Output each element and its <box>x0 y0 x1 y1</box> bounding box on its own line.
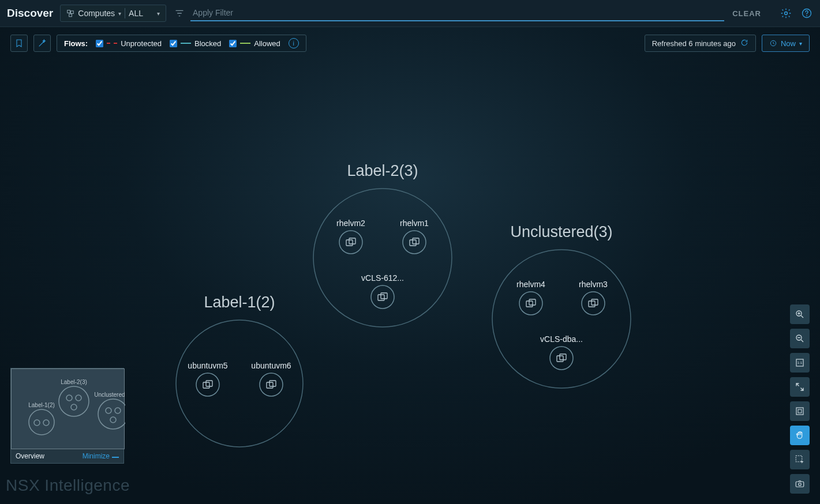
unprotected-swatch-icon <box>107 43 117 44</box>
svg-rect-43 <box>798 409 802 413</box>
svg-point-24 <box>29 409 54 435</box>
flow-allowed-checkbox[interactable] <box>229 40 237 47</box>
divider <box>125 8 125 18</box>
svg-text:Label-2(3): Label-2(3) <box>61 379 87 385</box>
overview-title: Overview <box>16 452 44 460</box>
svg-point-46 <box>799 483 802 486</box>
scope-dropdown[interactable]: Computes ▾ ALL ▾ <box>60 5 166 22</box>
svg-rect-42 <box>796 408 803 415</box>
page-title: Discover <box>7 7 53 20</box>
bookmark-button[interactable] <box>10 35 28 52</box>
flow-unprotected[interactable]: Unprotected <box>96 39 162 48</box>
compute-node[interactable] <box>403 231 426 254</box>
node-label: rhelvm2 <box>336 219 365 228</box>
computes-icon <box>66 9 74 17</box>
zoom-1-1-button[interactable]: 1:1 <box>790 353 810 373</box>
pan-hand-button[interactable] <box>790 426 810 445</box>
control-right: Refreshed 6 minutes ago Now ▾ <box>645 35 810 52</box>
group-circle[interactable] <box>176 320 303 447</box>
time-range-dropdown[interactable]: Now ▾ <box>762 35 810 52</box>
flow-allowed[interactable]: Allowed <box>229 39 280 48</box>
svg-rect-37 <box>112 457 119 458</box>
svg-rect-0 <box>68 10 70 13</box>
svg-rect-45 <box>796 482 804 487</box>
group-title: Label-2(3) <box>347 162 418 179</box>
chevron-down-icon: ▾ <box>118 10 121 17</box>
settings-icon[interactable] <box>780 7 792 20</box>
group-title: Label-1(2) <box>204 294 275 311</box>
node-label: vCLS-dba... <box>540 334 583 344</box>
zoom-out-button[interactable] <box>790 329 810 348</box>
node-label: rhelvm3 <box>579 280 608 289</box>
top-right-icons <box>780 7 813 20</box>
group-circle[interactable] <box>313 189 452 327</box>
svg-point-26 <box>43 420 49 426</box>
scope-label: Computes <box>78 9 115 18</box>
svg-rect-2 <box>69 14 72 17</box>
filter-icon[interactable] <box>173 7 186 20</box>
svg-text:Unclustered(3): Unclustered(3) <box>94 392 125 398</box>
help-icon[interactable] <box>800 7 813 20</box>
clear-button[interactable]: CLEAR <box>729 9 765 18</box>
lasso-select-button[interactable] <box>790 450 810 469</box>
group-title: Unclustered(3) <box>510 223 612 240</box>
flow-blocked[interactable]: Blocked <box>170 39 221 48</box>
flow-unprotected-checkbox[interactable] <box>96 40 103 47</box>
node-label: ubuntuvm6 <box>251 361 291 370</box>
node-label: vCLS-612... <box>361 273 404 283</box>
top-bar: Discover Computes ▾ ALL ▾ CLEAR <box>0 0 820 27</box>
capture-button[interactable] <box>790 474 810 494</box>
flows-legend: Flows: Unprotected Blocked Allowed i <box>57 35 306 52</box>
zoom-in-button[interactable] <box>790 304 810 324</box>
compute-node[interactable] <box>196 373 219 396</box>
compute-node[interactable] <box>550 347 573 370</box>
zoom-tools: 1:1 <box>790 304 810 494</box>
chevron-down-icon: ▾ <box>157 10 160 17</box>
magic-wand-button[interactable] <box>33 35 51 52</box>
compute-node[interactable] <box>260 373 283 396</box>
info-icon[interactable]: i <box>289 38 299 48</box>
overview-minimap[interactable]: Label-1(2)Label-2(3)Unclustered(3) <box>11 368 125 449</box>
watermark: NSX Intelligence <box>6 476 130 495</box>
reload-icon <box>740 39 748 48</box>
overview-minimize[interactable]: Minimize <box>83 452 119 460</box>
group-circle[interactable] <box>492 250 631 388</box>
refresh-status[interactable]: Refreshed 6 minutes ago <box>645 35 756 52</box>
svg-text:1:1: 1:1 <box>797 361 803 364</box>
compute-node[interactable] <box>519 292 542 315</box>
compute-node[interactable] <box>582 292 605 315</box>
flows-label: Flows: <box>64 39 88 48</box>
svg-point-34 <box>106 408 111 413</box>
svg-point-3 <box>785 12 788 15</box>
frame-select-button[interactable] <box>790 401 810 421</box>
svg-text:Label-1(2): Label-1(2) <box>28 402 55 408</box>
svg-point-25 <box>34 420 40 426</box>
svg-point-28 <box>59 386 89 416</box>
blocked-swatch-icon <box>181 43 191 44</box>
node-label: rhelvm4 <box>516 280 545 289</box>
svg-point-35 <box>115 408 121 413</box>
compute-node[interactable] <box>371 285 394 309</box>
svg-point-33 <box>98 399 125 429</box>
compute-node[interactable] <box>339 231 362 254</box>
filter-bar: CLEAR <box>173 5 765 21</box>
filter-input-wrap <box>190 5 724 21</box>
collapse-button[interactable] <box>790 377 810 397</box>
svg-point-31 <box>71 404 77 410</box>
node-label: ubuntuvm5 <box>188 361 227 370</box>
flow-blocked-checkbox[interactable] <box>170 40 177 47</box>
svg-point-29 <box>66 395 72 401</box>
clock-icon <box>769 39 777 47</box>
svg-point-5 <box>806 15 807 16</box>
allowed-swatch-icon <box>240 43 250 44</box>
svg-point-30 <box>76 395 81 401</box>
svg-rect-1 <box>71 11 74 14</box>
overview-panel: Label-1(2)Label-2(3)Unclustered(3) Overv… <box>10 368 124 464</box>
node-label: rhelvm1 <box>400 219 429 228</box>
control-bar: Flows: Unprotected Blocked Allowed i Ref… <box>10 35 810 52</box>
minimize-icon <box>112 454 119 458</box>
view-label: ALL <box>129 9 143 18</box>
chevron-down-icon: ▾ <box>799 40 802 47</box>
filter-input[interactable] <box>190 7 724 18</box>
svg-point-36 <box>110 417 116 423</box>
